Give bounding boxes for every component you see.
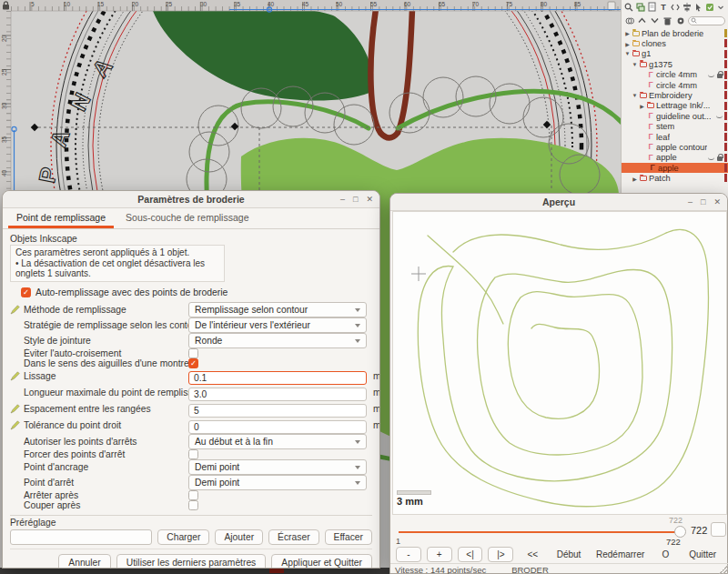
lock-icon[interactable] [717, 74, 723, 78]
objects-row[interactable]: ▼ Embroidery [622, 90, 728, 100]
objects-row[interactable]: Γ apple [622, 153, 728, 163]
toolbar-more-chevron-icon[interactable] [717, 2, 725, 12]
objects-row[interactable]: Γ leaf [622, 132, 728, 142]
settings-gear-icon[interactable] [675, 15, 685, 25]
expander-icon[interactable]: ▼ [632, 93, 638, 98]
smoothness-input[interactable] [188, 371, 367, 385]
expander-icon[interactable]: ▶ [624, 41, 631, 47]
stitch-number-input[interactable] [711, 522, 726, 537]
objects-row[interactable]: ▼ g1375 [622, 59, 728, 69]
objects-row[interactable]: ▶ Lettrage Ink/... [622, 101, 728, 111]
autofill-checkbox[interactable]: ✓ [21, 287, 31, 297]
preview-window: Aperçu – □ ✕ 3 mm 722 722 1 722 [389, 193, 728, 574]
objects-search-input[interactable] [688, 16, 725, 25]
dialog-titlebar[interactable]: Paramètres de broderie – □ ✕ [3, 191, 379, 208]
visibility-icon[interactable] [716, 114, 723, 118]
align-icon[interactable] [682, 2, 692, 12]
raise-icon[interactable] [637, 15, 647, 25]
speed-up-button[interactable]: + [427, 547, 452, 562]
stitch-slider-track[interactable] [399, 531, 681, 533]
join-style-dropdown[interactable]: Ronde [188, 333, 367, 348]
stem-shape[interactable] [370, 9, 412, 138]
objects-row[interactable]: Γ apple contour [622, 142, 728, 152]
minimize-icon[interactable]: – [340, 196, 345, 204]
group-icon [640, 176, 647, 181]
cancel-button[interactable]: Annuler [58, 554, 111, 569]
overwrite-preset-button[interactable]: Écraser [268, 529, 318, 545]
tab-fill-stitch[interactable]: Point de remplissage [8, 208, 114, 228]
step-forward-button[interactable]: |> [488, 547, 513, 562]
close-icon[interactable]: ✕ [366, 196, 373, 204]
objects-row[interactable]: ▶ Patch [622, 173, 728, 183]
row-spacing-input[interactable] [188, 404, 367, 418]
find-icon[interactable] [624, 2, 633, 12]
stop-after-checkbox[interactable] [188, 490, 198, 500]
apply-and-quit-button[interactable]: Appliquer et Quitter [271, 554, 372, 569]
objects-row[interactable]: Γ circle 4mm [622, 80, 728, 90]
objects-row[interactable]: Γ guideline out... [622, 111, 728, 121]
expander-icon[interactable]: ▼ [632, 62, 638, 67]
max-stitch-length-input[interactable] [188, 388, 367, 401]
maximize-icon[interactable]: □ [353, 196, 358, 204]
delete-preset-button[interactable]: Effacer [325, 529, 372, 545]
visibility-icon[interactable] [708, 73, 714, 77]
lock-stitches-dropdown[interactable]: Au début et à la fin [188, 434, 367, 449]
delete-object-icon[interactable] [662, 15, 672, 25]
minimize-icon[interactable]: – [688, 198, 693, 206]
layers-icon[interactable] [636, 2, 645, 12]
expander-icon[interactable]: ▶ [639, 103, 645, 109]
tack-stitch-dropdown[interactable]: Demi point [188, 459, 367, 475]
expander-icon[interactable]: ▼ [624, 51, 631, 56]
objects-row[interactable]: Γ stem [622, 122, 728, 132]
objects-dialog-icon[interactable] [705, 2, 714, 12]
lower-icon[interactable] [650, 15, 660, 25]
resize-grip[interactable] [719, 565, 728, 574]
selector-icon[interactable] [694, 2, 703, 12]
trim-after-checkbox[interactable] [188, 500, 198, 510]
contour-strategy-dropdown[interactable]: De l'intérieur vers l'extérieur [188, 317, 367, 333]
leaf-shape[interactable] [153, 6, 372, 100]
restart-button[interactable]: Redémarrer [592, 547, 650, 562]
xml-editor-icon[interactable] [671, 2, 680, 12]
group-icon [647, 103, 654, 108]
expander-icon[interactable]: ▶ [632, 176, 638, 182]
quit-button[interactable]: Quitter [682, 547, 723, 562]
close-icon[interactable]: ✕ [713, 198, 721, 206]
document-icon[interactable] [648, 2, 656, 12]
clockwise-checkbox[interactable]: ✓ [188, 358, 198, 368]
lock-stitch-dropdown[interactable]: Demi point [188, 475, 367, 490]
blend-mode-icon[interactable] [624, 15, 634, 25]
objects-row[interactable]: ▶ clones [622, 38, 728, 48]
scale-label: 3 mm [397, 496, 431, 507]
expander-icon[interactable]: ▶ [624, 30, 631, 36]
avoid-self-crossing-checkbox[interactable] [188, 348, 198, 358]
stitch-preview-canvas[interactable]: 3 mm [392, 211, 727, 515]
rewind-button[interactable]: << [519, 547, 546, 562]
start-button[interactable]: Début [551, 547, 586, 562]
maximize-icon[interactable]: □ [701, 198, 705, 206]
use-last-settings-button[interactable]: Utiliser les derniers paramètres [116, 554, 267, 569]
param-label: Point d'arrêt [24, 478, 188, 488]
info-box: Ces paramètres seront appliqués à 1 obje… [10, 245, 225, 282]
slow-down-button[interactable]: - [396, 547, 421, 562]
add-preset-button[interactable]: Ajouter [215, 529, 263, 545]
fill-method-dropdown[interactable]: Remplissage selon contour [188, 302, 367, 317]
object-label: Patch [649, 174, 671, 183]
lock-icon[interactable] [717, 156, 723, 161]
objects-row[interactable]: ▶ Plan de broderie [622, 28, 728, 38]
objects-row[interactable]: Γ circle 4mm [622, 70, 728, 80]
step-back-button[interactable]: <| [458, 547, 483, 562]
objects-row-selected[interactable]: Γ apple [622, 163, 728, 173]
load-preset-button[interactable]: Charger [157, 529, 209, 545]
text-icon[interactable]: T [659, 2, 667, 12]
running-stitch-tolerance-input[interactable] [188, 420, 367, 434]
group-icon [640, 93, 647, 98]
tab-fill-underlay[interactable]: Sous-couche de remplissage [117, 208, 257, 228]
visibility-icon[interactable] [708, 156, 714, 160]
page-flip-icon[interactable] [608, 2, 615, 10]
o-button[interactable]: O [654, 547, 676, 562]
objects-row[interactable]: ▼ g1 [622, 49, 728, 59]
preview-titlebar[interactable]: Aperçu – □ ✕ [390, 194, 727, 211]
preset-dropdown[interactable] [10, 529, 152, 545]
force-lock-stitches-checkbox[interactable] [188, 449, 198, 459]
